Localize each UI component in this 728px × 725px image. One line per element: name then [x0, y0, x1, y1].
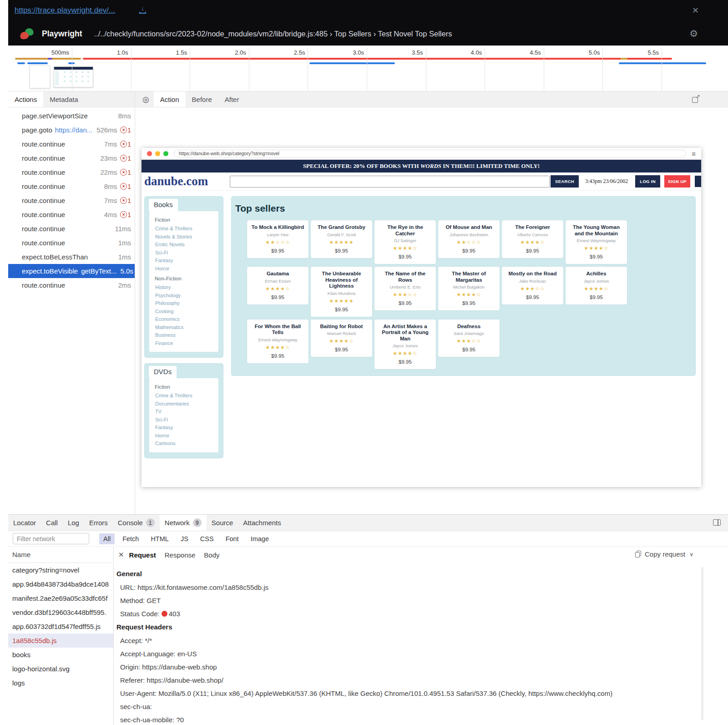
network-file-row[interactable]: app.603732df1d547fedff55.js — [8, 619, 113, 634]
tab-errors[interactable]: Errors — [84, 515, 113, 531]
tab-metadata[interactable]: Metadata — [43, 91, 85, 107]
timeline-thumbnail-blank[interactable] — [30, 66, 50, 88]
filter-chip-fetch[interactable]: Fetch — [118, 533, 143, 544]
category-link[interactable]: Crime & Thrillers — [155, 225, 217, 233]
category-link[interactable]: Documentaries — [155, 400, 217, 408]
book-card[interactable]: The Grand GrotsbyGerald F. Scott★★★★★$9.… — [311, 220, 372, 258]
book-card[interactable]: Of Mouse and ManJohannes Beckstein★★☆☆☆$… — [438, 220, 500, 258]
filter-chip-image[interactable]: Image — [247, 533, 273, 544]
action-row[interactable]: route.continue7ms×1 — [8, 137, 135, 151]
timeline-thumbnail-screenshot[interactable] — [54, 66, 93, 87]
book-card[interactable]: The Master of MargaritasMichel Bulgakóv★… — [438, 267, 500, 310]
filter-chip-js[interactable]: JS — [177, 533, 192, 544]
tab-console[interactable]: Console1 — [113, 515, 160, 531]
action-row[interactable]: page.setViewportSize8ms — [8, 109, 135, 123]
book-card[interactable]: DeafnessSara Josemago★★★☆☆$9.95 — [438, 319, 500, 357]
network-file-row[interactable]: manifest.2ae2e69a05c33dfc65f — [8, 591, 113, 605]
tab-call[interactable]: Call — [41, 515, 63, 531]
book-card[interactable]: For Whom the Ball TellsErnest Waymingway… — [247, 319, 308, 363]
book-card[interactable]: Baiting for RobotManuel Rickett★★★★☆$9.9… — [311, 319, 372, 357]
action-row[interactable]: route.continue11ms — [8, 222, 135, 236]
book-card[interactable]: The Name of the RowsUmberto E. Erto★★★☆☆… — [374, 267, 436, 310]
filter-chip-all[interactable]: All — [99, 533, 115, 544]
close-icon[interactable]: ✕ — [692, 5, 699, 15]
close-detail-icon[interactable]: ✕ — [118, 551, 124, 559]
tab-network[interactable]: Network9 — [160, 515, 207, 531]
filter-chip-font[interactable]: Font — [222, 533, 243, 544]
error-count: 1 — [127, 197, 131, 204]
layout-columns-icon[interactable] — [713, 519, 721, 526]
tab-before[interactable]: Before — [186, 91, 218, 107]
category-link[interactable]: Economics — [155, 315, 217, 324]
gear-icon[interactable]: ⚙ — [689, 28, 698, 39]
tab-response[interactable]: Response — [165, 551, 196, 559]
pick-locator-icon[interactable]: ◎ — [142, 95, 149, 104]
download-icon[interactable]: ↓ — [139, 6, 147, 14]
category-link[interactable]: Crime & Thrillers — [155, 392, 217, 400]
timeline[interactable]: 500ms1.0s1.5s2.0s2.5s3.0s3.5s4.0s4.5s5.0… — [8, 46, 728, 91]
action-row[interactable]: page.gotohttps://dan...526ms×1 — [8, 123, 135, 137]
network-file-row[interactable]: category?string=novel — [8, 563, 113, 577]
category-link[interactable]: Erotic Novels — [155, 241, 217, 249]
tab-locator[interactable]: Locator — [8, 515, 41, 531]
filter-chip-css[interactable]: CSS — [196, 533, 218, 544]
action-row[interactable]: route.continue23ms×1 — [8, 151, 135, 165]
tab-log[interactable]: Log — [63, 515, 84, 531]
action-row[interactable]: expect.toBeVisiblegetByText...5.0s — [8, 264, 135, 278]
detail-scrollbar[interactable] — [701, 567, 703, 720]
category-link[interactable]: Fantasy — [155, 257, 217, 265]
action-row[interactable]: route.continue2ms — [8, 278, 135, 292]
tab-actions[interactable]: Actions — [8, 91, 43, 107]
network-file-row[interactable]: vendor.d3bf129603c448bff595. — [8, 605, 113, 619]
book-title: The Young Woman and the Mountain — [568, 224, 624, 237]
book-card[interactable]: The Unbearable Heaviness of LightnessKil… — [311, 267, 372, 317]
action-link[interactable]: https://dan... — [55, 126, 93, 134]
tab-after[interactable]: After — [218, 91, 246, 107]
category-link[interactable]: Psychology — [155, 292, 217, 300]
tab-body[interactable]: Body — [204, 551, 219, 559]
book-card[interactable]: The ForeignerAlberto Camuso★★★★☆$9.95 — [502, 220, 563, 258]
book-card[interactable]: GautamaErman Essen★★★★☆$9.95 — [247, 267, 308, 304]
category-link[interactable]: Horror — [155, 432, 217, 440]
category-link[interactable]: Finance — [155, 340, 217, 348]
category-link[interactable]: Business — [155, 331, 217, 340]
tab-request[interactable]: Request — [129, 551, 156, 559]
book-card[interactable]: To Mock a KillingbirdLarper Hee★★☆☆☆$9.9… — [247, 220, 308, 258]
category-link[interactable]: Philosophy — [155, 299, 217, 308]
action-row[interactable]: route.continue8ms×1 — [8, 179, 135, 193]
book-card[interactable]: An Artist Makes a Portrait of a Young Ma… — [374, 319, 436, 370]
category-link[interactable]: Horror — [155, 265, 217, 273]
category-link[interactable]: Fantasy — [155, 424, 217, 432]
filter-chip-html[interactable]: HTML — [147, 533, 172, 544]
network-filter-input[interactable] — [13, 533, 89, 544]
action-row[interactable]: route.continue22ms×1 — [8, 165, 135, 179]
category-link[interactable]: Sci-Fi — [155, 249, 217, 257]
network-file-row[interactable]: logo-horizontal.svg — [8, 662, 113, 676]
book-card[interactable]: The Young Woman and the MountainErnest W… — [566, 220, 627, 264]
category-link[interactable]: Novels & Stories — [155, 233, 217, 241]
book-card[interactable]: Mostly on the RoadJake Rockuac★★★☆☆$9.95 — [502, 267, 563, 304]
tab-action[interactable]: Action — [154, 91, 186, 107]
action-row[interactable]: route.continue1ms — [8, 236, 135, 250]
category-link[interactable]: Cooking — [155, 308, 217, 316]
actions-list: page.setViewportSize8mspage.gotohttps://… — [8, 107, 135, 292]
category-link[interactable]: Sci-Fi — [155, 416, 217, 424]
book-card[interactable]: The Rye in the CatcherDJ Salinger★★★★☆$9… — [374, 220, 436, 264]
action-row[interactable]: route.continue4ms×1 — [8, 208, 135, 222]
network-file-row[interactable]: books — [8, 648, 113, 662]
trace-url-link[interactable]: https://trace.playwright.dev/... — [15, 6, 115, 15]
open-external-icon[interactable]: ↗ — [692, 95, 700, 103]
category-link[interactable]: TV — [155, 408, 217, 416]
copy-request-button[interactable]: Copy request ∨ — [635, 550, 693, 558]
action-row[interactable]: expect.toBeLessThan1ms — [8, 250, 135, 264]
book-card[interactable]: AchillesJayce Jomes★★★★☆$9.95 — [566, 267, 627, 304]
category-link[interactable]: Mathematics — [155, 324, 217, 332]
tab-attachments[interactable]: Attachments — [238, 515, 286, 531]
category-link[interactable]: Cartoons — [155, 440, 217, 448]
action-row[interactable]: route.continue7ms×1 — [8, 193, 135, 208]
category-link[interactable]: History — [155, 284, 217, 292]
network-file-row[interactable]: logs — [8, 676, 113, 690]
network-file-row[interactable]: 1a858c55db.js — [8, 634, 113, 648]
tab-source[interactable]: Source — [207, 515, 238, 531]
network-file-row[interactable]: app.9d4b843873d4ba9dce1408 — [8, 577, 113, 591]
